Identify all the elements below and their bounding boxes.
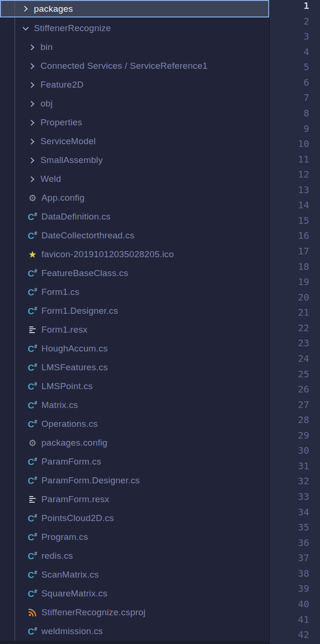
line-number[interactable]: 26 — [298, 382, 309, 397]
tree-folder-obj[interactable]: obj — [0, 94, 269, 113]
line-number[interactable]: 2 — [304, 14, 309, 29]
line-number[interactable]: 6 — [304, 75, 309, 90]
tree-file-operations-cs[interactable]: C#Operations.cs — [0, 415, 269, 433]
tree-file-pointscloud2d-cs[interactable]: C#PointsCloud2D.cs — [0, 509, 269, 528]
chevron-right-icon[interactable] — [27, 99, 37, 108]
tree-item-label: weldmission.cs — [41, 626, 103, 636]
line-number[interactable]: 30 — [298, 443, 309, 458]
tree-file-featurebaseclass-cs[interactable]: C#FeatureBaseClass.cs — [0, 264, 269, 283]
tree-file-lmspoint-cs[interactable]: C#LMSPoint.cs — [0, 377, 269, 396]
line-number[interactable]: 14 — [298, 197, 309, 213]
line-number[interactable]: 4 — [304, 44, 309, 60]
line-number[interactable]: 36 — [298, 535, 309, 551]
line-number[interactable]: 8 — [304, 106, 309, 121]
tree-file-paramform-designer-cs[interactable]: C#ParamForm.Designer.cs — [0, 471, 269, 490]
line-number[interactable]: 5 — [304, 59, 309, 75]
tree-folder-properties[interactable]: Properties — [0, 113, 269, 132]
tree-item-label: favicon-20191012035028205.ico — [41, 249, 174, 260]
line-number[interactable]: 32 — [298, 473, 309, 489]
line-number[interactable]: 37 — [298, 550, 309, 566]
tree-file-form1-resx[interactable]: Form1.resx — [0, 320, 269, 339]
chevron-right-icon[interactable] — [27, 61, 37, 71]
line-number[interactable]: 35 — [298, 520, 309, 535]
tree-file-form1-designer-cs[interactable]: C#Form1.Designer.cs — [0, 302, 269, 320]
line-number[interactable]: 9 — [304, 121, 309, 137]
tree-file-squarematrix-cs[interactable]: C#SquareMatrix.cs — [0, 584, 269, 603]
line-number[interactable]: 15 — [298, 213, 309, 228]
line-number[interactable]: 11 — [298, 152, 309, 167]
line-number[interactable]: 18 — [298, 259, 309, 275]
chevron-right-icon[interactable] — [27, 42, 37, 52]
chevron-down-icon[interactable] — [21, 24, 30, 33]
line-number[interactable]: 40 — [298, 596, 309, 612]
tree-file-favicon-20191012035028205-ico[interactable]: ★favicon-20191012035028205.ico — [0, 245, 269, 264]
tree-file-matrix-cs[interactable]: C#Matrix.cs — [0, 396, 269, 415]
line-number[interactable]: 22 — [298, 320, 309, 336]
resx-list-icon — [27, 494, 38, 505]
tree-file-datadefinition-cs[interactable]: C#DataDefinition.cs — [0, 207, 269, 226]
tree-item-label: HoughAccum.cs — [41, 343, 108, 354]
line-number[interactable]: 27 — [298, 397, 309, 413]
line-number[interactable]: 16 — [298, 228, 309, 244]
file-explorer-panel: packagesStiffenerRecognizebinConnected S… — [0, 0, 270, 644]
tree-folder-feature2d[interactable]: Feature2D — [0, 75, 269, 94]
line-number[interactable]: 24 — [298, 351, 309, 367]
tree-file-houghaccum-cs[interactable]: C#HoughAccum.cs — [0, 339, 269, 358]
line-number[interactable]: 25 — [298, 367, 309, 382]
line-number[interactable]: 1 — [304, 0, 309, 14]
tree-folder-bin[interactable]: bin — [0, 38, 269, 57]
star-icon: ★ — [27, 249, 38, 260]
line-number-gutter[interactable]: 1234567891011121314151617181920212223242… — [298, 0, 309, 643]
tree-file-scanmatrix-cs[interactable]: C#ScanMatrix.cs — [0, 565, 269, 584]
tree-file-app-config[interactable]: ⚙App.config — [0, 188, 269, 207]
tree-file-form1-cs[interactable]: C#Form1.cs — [0, 283, 269, 302]
csharp-file-icon: C# — [27, 551, 38, 561]
line-number[interactable]: 21 — [298, 305, 309, 320]
tree-folder-stiffenerrecognize[interactable]: StiffenerRecognize — [0, 19, 269, 38]
tree-folder-servicemodel[interactable]: ServiceModel — [0, 132, 269, 151]
line-number[interactable]: 42 — [298, 627, 309, 643]
line-number[interactable]: 29 — [298, 428, 309, 443]
line-number[interactable]: 10 — [298, 136, 309, 152]
tree-folder-connected-services-servicereference1[interactable]: Connected Services / ServiceReference1 — [0, 57, 269, 75]
line-number[interactable]: 17 — [298, 244, 309, 259]
chevron-right-icon[interactable] — [27, 137, 37, 146]
csharp-file-icon: C# — [27, 212, 38, 222]
chevron-right-icon[interactable] — [21, 4, 30, 14]
tree-item-label: ScanMatrix.cs — [41, 570, 99, 580]
line-number[interactable]: 34 — [298, 505, 309, 520]
tree-file-weldmission-cs[interactable]: C#weldmission.cs — [0, 622, 269, 641]
tree-file-redis-cs[interactable]: C#redis.cs — [0, 546, 269, 565]
tree-item-label: ParamForm.Designer.cs — [41, 475, 140, 486]
line-number[interactable]: 20 — [298, 290, 309, 305]
line-number[interactable]: 23 — [298, 335, 309, 351]
line-number[interactable]: 19 — [298, 274, 309, 290]
line-number[interactable]: 33 — [298, 489, 309, 505]
line-number[interactable]: 39 — [298, 581, 309, 596]
tree-folder-smallassembly[interactable]: SmallAssembly — [0, 151, 269, 170]
tree-file-packages-config[interactable]: ⚙packages.config — [0, 433, 269, 452]
file-tree: packagesStiffenerRecognizebinConnected S… — [0, 0, 269, 641]
tree-file-paramform-resx[interactable]: ParamForm.resx — [0, 490, 269, 509]
tree-item-label: Feature2D — [40, 80, 84, 90]
line-number[interactable]: 7 — [304, 90, 309, 106]
tree-file-stiffenerrecognize-csproj[interactable]: StiffenerRecognize.csproj — [0, 603, 269, 622]
chevron-right-icon[interactable] — [27, 174, 37, 184]
line-number[interactable]: 38 — [298, 566, 309, 581]
tree-folder-packages[interactable]: packages — [0, 0, 269, 17]
line-number[interactable]: 28 — [298, 412, 309, 428]
chevron-right-icon[interactable] — [27, 155, 37, 165]
line-number[interactable]: 12 — [298, 167, 309, 182]
tree-file-program-cs[interactable]: C#Program.cs — [0, 528, 269, 546]
tree-folder-weld[interactable]: Weld — [0, 170, 269, 188]
line-number[interactable]: 13 — [298, 182, 309, 198]
tree-file-paramform-cs[interactable]: C#ParamForm.cs — [0, 452, 269, 471]
csharp-file-icon: C# — [27, 626, 38, 636]
line-number[interactable]: 41 — [298, 612, 309, 628]
chevron-right-icon[interactable] — [27, 118, 37, 127]
tree-file-datecollectorthread-cs[interactable]: C#DateCollectorthread.cs — [0, 226, 269, 245]
line-number[interactable]: 3 — [304, 29, 309, 44]
chevron-right-icon[interactable] — [27, 80, 37, 90]
tree-file-lmsfeatures-cs[interactable]: C#LMSFeatures.cs — [0, 358, 269, 377]
line-number[interactable]: 31 — [298, 458, 309, 474]
